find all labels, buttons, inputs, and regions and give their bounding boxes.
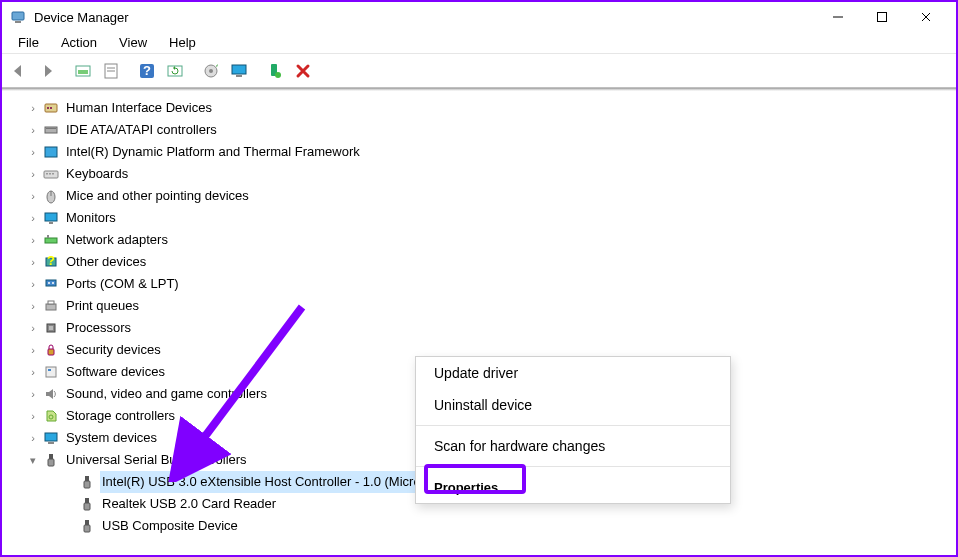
sound-icon xyxy=(42,385,60,403)
window-title: Device Manager xyxy=(34,10,816,25)
chevron-right-icon[interactable]: › xyxy=(26,427,40,449)
app-icon xyxy=(10,9,26,25)
svg-rect-45 xyxy=(48,349,54,355)
tree-item-label: Security devices xyxy=(64,339,163,361)
tree-item[interactable]: ›Ports (COM & LPT) xyxy=(26,273,956,295)
chevron-right-icon[interactable]: › xyxy=(26,383,40,405)
tree-item-label: IDE ATA/ATAPI controllers xyxy=(64,119,219,141)
svg-rect-51 xyxy=(49,454,53,459)
disable-button[interactable] xyxy=(290,58,316,84)
svg-rect-35 xyxy=(47,235,49,238)
chevron-right-icon[interactable]: › xyxy=(26,295,40,317)
tree-item[interactable]: ›Print queues xyxy=(26,295,956,317)
chevron-right-icon[interactable]: › xyxy=(26,207,40,229)
menu-view[interactable]: View xyxy=(109,33,157,52)
printer-icon xyxy=(42,297,60,315)
svg-rect-57 xyxy=(85,520,89,525)
svg-rect-33 xyxy=(49,222,53,224)
tree-item-label: Ports (COM & LPT) xyxy=(64,273,181,295)
tree-item-label: Network adapters xyxy=(64,229,170,251)
chevron-right-icon[interactable]: › xyxy=(26,229,40,251)
tree-item-label: Storage controllers xyxy=(64,405,177,427)
ctx-uninstall-device[interactable]: Uninstall device xyxy=(416,389,730,421)
chevron-down-icon[interactable]: ▾ xyxy=(26,449,40,471)
ctx-separator xyxy=(416,425,730,426)
tree-item[interactable]: ›Intel(R) Dynamic Platform and Thermal F… xyxy=(26,141,956,163)
refresh-button[interactable] xyxy=(162,58,188,84)
properties-button[interactable] xyxy=(98,58,124,84)
chevron-right-icon[interactable]: › xyxy=(26,273,40,295)
tree-item[interactable]: ›Network adapters xyxy=(26,229,956,251)
svg-rect-56 xyxy=(84,503,90,510)
menu-action[interactable]: Action xyxy=(51,33,107,52)
svg-rect-29 xyxy=(52,173,54,175)
monitor-button[interactable] xyxy=(226,58,252,84)
network-icon xyxy=(42,231,60,249)
tree-child-label: USB Composite Device xyxy=(100,515,240,537)
chevron-right-icon[interactable]: › xyxy=(26,97,40,119)
close-button[interactable] xyxy=(904,3,948,31)
enable-button[interactable] xyxy=(262,58,288,84)
ctx-properties-label: Properties xyxy=(434,480,498,495)
svg-rect-27 xyxy=(46,173,48,175)
ctx-separator xyxy=(416,466,730,467)
storage-icon xyxy=(42,407,60,425)
ctx-scan-hardware[interactable]: Scan for hardware changes xyxy=(416,430,730,462)
usb-icon xyxy=(78,473,96,491)
chevron-right-icon[interactable]: › xyxy=(26,405,40,427)
svg-rect-25 xyxy=(45,147,57,157)
tree-item-label: Sound, video and game controllers xyxy=(64,383,269,405)
svg-rect-49 xyxy=(45,433,57,441)
chevron-right-icon[interactable]: › xyxy=(26,251,40,273)
keyboard-icon xyxy=(42,165,60,183)
tree-item-label: Software devices xyxy=(64,361,167,383)
chevron-right-icon[interactable]: › xyxy=(26,185,40,207)
show-hidden-button[interactable] xyxy=(70,58,96,84)
tree-item[interactable]: ›Processors xyxy=(26,317,956,339)
tree-item-label: Processors xyxy=(64,317,133,339)
usb-icon xyxy=(42,451,60,469)
system-icon xyxy=(42,429,60,447)
menu-file[interactable]: File xyxy=(8,33,49,52)
svg-rect-38 xyxy=(46,280,56,286)
chevron-right-icon[interactable]: › xyxy=(26,163,40,185)
minimize-button[interactable] xyxy=(816,3,860,31)
thermal-icon xyxy=(42,143,60,161)
svg-rect-17 xyxy=(236,75,242,77)
tree-item[interactable]: ›IDE ATA/ATAPI controllers xyxy=(26,119,956,141)
svg-point-21 xyxy=(47,107,49,109)
tree-child-item[interactable]: USB Composite Device xyxy=(26,515,956,537)
svg-text:?: ? xyxy=(143,63,151,78)
chevron-right-icon[interactable]: › xyxy=(26,339,40,361)
menu-help[interactable]: Help xyxy=(159,33,206,52)
forward-button[interactable] xyxy=(34,58,60,84)
svg-rect-52 xyxy=(48,459,54,466)
tree-item[interactable]: ›?Other devices xyxy=(26,251,956,273)
tree-item-label: System devices xyxy=(64,427,159,449)
help-button[interactable]: ? xyxy=(134,58,160,84)
chevron-right-icon[interactable]: › xyxy=(26,119,40,141)
tree-item[interactable]: ›Mice and other pointing devices xyxy=(26,185,956,207)
svg-rect-3 xyxy=(878,13,887,22)
tree-item-label: Universal Serial Bus controllers xyxy=(64,449,249,471)
svg-text:?: ? xyxy=(47,254,55,268)
chevron-right-icon[interactable]: › xyxy=(26,361,40,383)
chevron-right-icon[interactable]: › xyxy=(26,141,40,163)
svg-rect-53 xyxy=(85,476,89,481)
tree-item[interactable]: ›Monitors xyxy=(26,207,956,229)
ctx-properties[interactable]: Properties xyxy=(416,471,730,503)
tree-item-label: Print queues xyxy=(64,295,141,317)
ctx-update-driver[interactable]: Update driver xyxy=(416,357,730,389)
ide-icon xyxy=(42,121,60,139)
svg-point-19 xyxy=(275,72,281,78)
update-driver-button[interactable] xyxy=(198,58,224,84)
tree-item[interactable]: ›Keyboards xyxy=(26,163,956,185)
maximize-button[interactable] xyxy=(860,3,904,31)
svg-rect-1 xyxy=(15,21,21,23)
chevron-right-icon[interactable]: › xyxy=(26,317,40,339)
tree-item-label: Intel(R) Dynamic Platform and Thermal Fr… xyxy=(64,141,362,163)
back-button[interactable] xyxy=(6,58,32,84)
usb-icon xyxy=(78,495,96,513)
tree-item[interactable]: ›Human Interface Devices xyxy=(26,97,956,119)
usb-icon xyxy=(78,517,96,535)
